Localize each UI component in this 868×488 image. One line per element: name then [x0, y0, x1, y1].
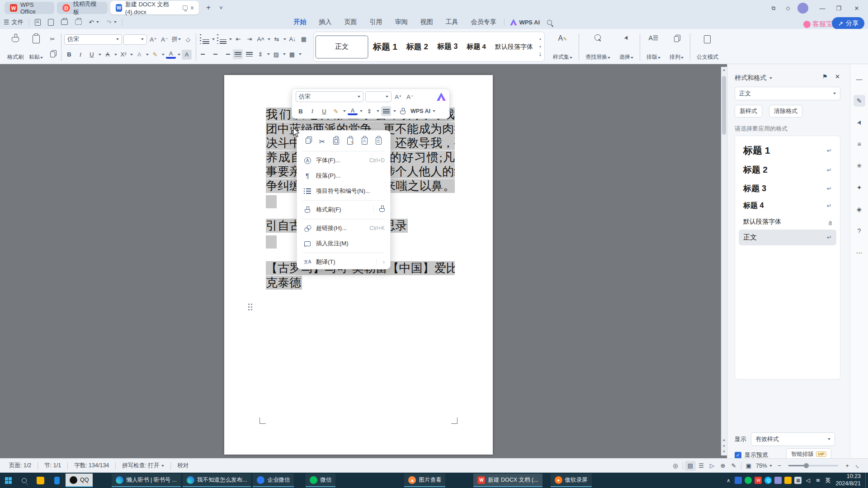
tray-icon[interactable]	[745, 477, 752, 484]
style-heading4[interactable]: 标题 4	[462, 35, 491, 59]
shading-button[interactable]: ▨	[271, 49, 281, 59]
taskbar-item-edge2[interactable]: 我不知道怎么发布...	[183, 474, 251, 487]
next-page-icon[interactable]: ▼	[722, 450, 726, 454]
tab-list-chevron[interactable]: ˅	[216, 3, 226, 12]
style-default-font[interactable]: 默认段落字体	[491, 35, 538, 59]
volume-icon[interactable]: ◁	[804, 477, 811, 484]
bold-button[interactable]: B	[64, 50, 74, 60]
increase-font-button[interactable]: A⁺	[148, 34, 158, 44]
read-mode-button[interactable]: ▷	[707, 461, 717, 471]
paste-button[interactable]	[333, 137, 339, 146]
start-button[interactable]	[1, 474, 16, 487]
mini-increase-font-button[interactable]: A⁺	[393, 92, 403, 102]
font-name-select[interactable]: 仿宋	[64, 34, 122, 45]
taskbar-item-recorder[interactable]: ● 傲软录屏	[551, 474, 592, 487]
bullet-list-button[interactable]	[199, 34, 210, 44]
justify-button[interactable]	[233, 49, 243, 59]
style-item-default-font[interactable]: 默认段落字体a	[739, 214, 836, 230]
tab-document[interactable]: W 新建 DOCX 文档 (4).docx	[110, 1, 199, 14]
cut-button[interactable]: ✂	[319, 137, 325, 146]
find-replace-button[interactable]: 查找替换	[581, 31, 615, 63]
taskbar-item-wechat[interactable]: 微信	[306, 474, 335, 487]
decrease-indent-button[interactable]: ⇤	[233, 34, 243, 44]
tab-home[interactable]: 开始	[287, 18, 312, 26]
zoom-slider[interactable]	[788, 465, 838, 466]
increase-indent-button[interactable]: ⇥	[245, 34, 255, 44]
decrease-font-button[interactable]: A⁻	[160, 34, 170, 44]
more-icon[interactable]: ⋯	[854, 247, 865, 258]
doc-author-line[interactable]: 克泰德	[266, 276, 302, 290]
mini-align-button[interactable]	[381, 106, 391, 116]
tab-docer[interactable]: D 找稻壳模板	[57, 2, 108, 14]
strikethrough-button[interactable]: A	[103, 50, 113, 60]
phonetic-guide-button[interactable]: 拼	[171, 34, 182, 44]
style-heading2[interactable]: 标题 2	[402, 35, 433, 59]
format-painter-sticky-button[interactable]	[373, 206, 385, 213]
clear-format-button[interactable]: 清除格式	[769, 105, 802, 117]
gallery-expand-icon[interactable]: ▾	[539, 53, 541, 57]
magic-wand-icon[interactable]: ✦	[854, 182, 865, 193]
taskbar-item-wecom[interactable]: 企业微信	[253, 474, 294, 487]
menu-item-hyperlink[interactable]: 超链接(H)... Ctrl+K	[297, 221, 390, 236]
save-button[interactable]	[31, 19, 44, 26]
lang-indicator[interactable]: 英	[824, 477, 831, 484]
tab-tools[interactable]: 工具	[439, 18, 464, 26]
superscript-button[interactable]: X²	[118, 50, 128, 60]
skin-icon[interactable]: ◈	[854, 203, 865, 215]
taskbar-item-qq[interactable]: QQ	[66, 474, 93, 487]
format-painter-button[interactable]: 格式刷	[5, 31, 26, 63]
italic-button[interactable]: I	[75, 50, 85, 60]
mini-decrease-font-button[interactable]: A⁻	[405, 92, 415, 102]
close-button[interactable]: ✕	[852, 4, 862, 13]
taskbar-item-image-viewer[interactable]: ▲ 图片查看	[404, 474, 445, 487]
taskbar-clock[interactable]: 10:23 2024/8/21	[835, 473, 861, 487]
style-item-normal[interactable]: 正文↵	[739, 230, 836, 245]
paste-merge-button[interactable]	[376, 137, 382, 146]
menu-item-bullets-numbering[interactable]: 项目符号和编号(N)...	[297, 183, 390, 199]
network-icon[interactable]: ≋	[814, 477, 821, 484]
paste-button[interactable]: 粘贴	[26, 31, 46, 63]
line-spacing-button[interactable]: ⇕	[255, 49, 265, 59]
prev-page-icon[interactable]: ▲	[722, 438, 726, 442]
share-button[interactable]: ↗ 分享	[832, 17, 864, 29]
align-right-button[interactable]	[222, 49, 231, 59]
edit-pencil-icon[interactable]: ✎	[854, 95, 865, 107]
user-avatar[interactable]	[797, 3, 808, 14]
menu-item-translate[interactable]: 文A 翻译(T) ›	[297, 254, 390, 270]
style-item-heading2[interactable]: 标题 2↵	[739, 160, 836, 179]
paragraph-drag-handle[interactable]	[248, 304, 250, 305]
clear-format-button[interactable]: ◇	[183, 34, 193, 44]
menu-item-insert-comment[interactable]: 插入批注(M)	[297, 236, 390, 251]
style-set-button[interactable]: A✎ 样式集	[548, 31, 577, 63]
new-style-button[interactable]: 新样式	[735, 105, 762, 117]
print-layout-view-button[interactable]: ▤	[685, 461, 696, 471]
proofread-button[interactable]: 校对	[173, 462, 193, 469]
style-normal[interactable]: 正文	[315, 35, 368, 59]
style-item-heading3[interactable]: 标题 3↵	[739, 179, 836, 197]
numbered-list-button[interactable]	[216, 34, 227, 44]
tab-wps-home[interactable]: W WPS Office	[5, 2, 54, 14]
char-shading-button[interactable]: A	[182, 50, 192, 60]
page-nav-dot-icon[interactable]: ●	[723, 444, 725, 448]
distribute-button[interactable]	[244, 49, 254, 59]
style-heading1[interactable]: 标题 1	[368, 35, 402, 59]
pin-icon[interactable]: ⚑	[822, 73, 828, 80]
wps-ai-button[interactable]: WPS AI	[506, 19, 543, 26]
style-item-heading1[interactable]: 标题 1↵	[739, 141, 836, 160]
scrollbar-thumb[interactable]	[722, 76, 726, 135]
gallery-down-icon[interactable]: ▾	[539, 45, 541, 49]
mini-underline-button[interactable]: U	[319, 106, 329, 116]
style-heading3[interactable]: 标题 3	[433, 35, 462, 59]
vertical-scrollbar[interactable]: ▲ ▲ ● ▼	[721, 67, 727, 455]
panel-close-icon[interactable]: ✕	[835, 73, 840, 80]
properties-icon[interactable]: ≡	[854, 138, 865, 150]
gallery-up-icon[interactable]: ▴	[539, 37, 541, 41]
borders-button[interactable]: ▦	[287, 49, 297, 59]
tab-view[interactable]: 视图	[414, 18, 439, 26]
output-button[interactable]	[44, 19, 57, 26]
show-desktop-button[interactable]	[865, 473, 868, 488]
restore-button[interactable]: ❐	[834, 4, 844, 13]
highlight-button[interactable]: ✎	[150, 50, 160, 60]
font-size-select[interactable]	[123, 34, 147, 45]
tray-icon[interactable]	[735, 477, 742, 484]
